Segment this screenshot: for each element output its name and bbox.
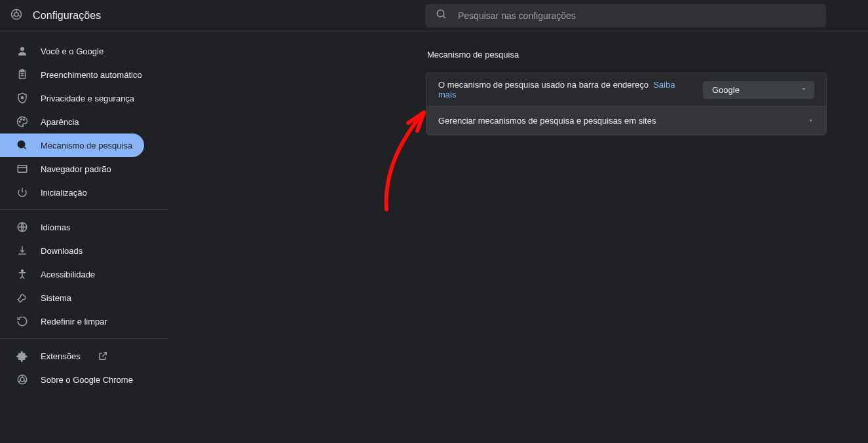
- browser-icon: [16, 162, 29, 175]
- svg-point-18: [22, 270, 24, 272]
- sidebar-item-downloads[interactable]: Downloads: [0, 239, 144, 262]
- sidebar-item-appearance[interactable]: Aparência: [0, 110, 144, 133]
- sidebar-item-label: Redefinir e limpar: [41, 317, 107, 327]
- chevron-right-icon: [808, 116, 814, 126]
- sidebar-item-languages[interactable]: Idiomas: [0, 215, 144, 239]
- section-title: Mecanismo de pesquisa: [426, 50, 827, 60]
- sidebar-item-startup[interactable]: Inicialização: [0, 181, 144, 204]
- sidebar-item-you-google[interactable]: Você e o Google: [0, 39, 144, 63]
- nav-separator: [0, 209, 168, 210]
- sidebar-item-label: Privacidade e segurança: [41, 94, 134, 103]
- nav-separator: [0, 338, 168, 339]
- sidebar-item-autofill[interactable]: Preenchimento automático: [0, 63, 144, 86]
- search-input[interactable]: [458, 10, 816, 21]
- svg-point-10: [19, 121, 20, 122]
- accessibility-icon: [16, 268, 29, 281]
- sidebar-item-label: Você e o Google: [41, 46, 104, 56]
- manage-search-engines-row[interactable]: Gerenciar mecanismos de pesquisa e pesqu…: [426, 106, 826, 135]
- search-icon: [436, 9, 447, 22]
- search-container: [425, 4, 826, 27]
- sidebar-item-reset[interactable]: Redefinir e limpar: [0, 310, 144, 333]
- content-area: Mecanismo de pesquisa O mecanismo de pes…: [168, 31, 868, 443]
- sidebar-item-about[interactable]: Sobre o Google Chrome: [0, 368, 144, 391]
- sidebar-item-accessibility[interactable]: Acessibilidade: [0, 262, 144, 286]
- sidebar-item-label: Inicialização: [41, 188, 87, 198]
- svg-point-4: [20, 47, 24, 51]
- sidebar-item-label: Mecanismo de pesquisa: [41, 141, 132, 151]
- sidebar-item-label: Idiomas: [41, 222, 71, 232]
- sidebar-item-search-engine[interactable]: Mecanismo de pesquisa: [0, 133, 144, 157]
- app-header: Configurações: [0, 0, 868, 31]
- search-icon: [16, 139, 29, 152]
- search-box[interactable]: [425, 4, 826, 27]
- row-description: O mecanismo de pesquisa usado na barra d…: [438, 80, 695, 99]
- sidebar-item-label: Downloads: [41, 246, 83, 256]
- svg-point-9: [22, 97, 24, 99]
- row-text-label: Gerenciar mecanismos de pesquisa e pesqu…: [438, 116, 800, 126]
- header-title-area: Configurações: [10, 9, 101, 22]
- row-text-label: O mecanismo de pesquisa usado na barra d…: [438, 80, 649, 90]
- sidebar-item-label: Preenchimento automático: [41, 70, 142, 80]
- svg-point-2: [437, 10, 444, 17]
- sidebar-item-privacy[interactable]: Privacidade e segurança: [0, 86, 144, 110]
- sidebar-item-system[interactable]: Sistema: [0, 286, 144, 310]
- shield-icon: [16, 92, 29, 105]
- wrench-icon: [16, 291, 29, 304]
- svg-rect-15: [18, 166, 27, 173]
- select-value: Google: [712, 85, 740, 95]
- settings-card: O mecanismo de pesquisa usado na barra d…: [426, 73, 827, 135]
- sidebar-item-default-browser[interactable]: Navegador padrão: [0, 157, 144, 181]
- svg-point-13: [18, 141, 25, 148]
- external-link-icon: [98, 351, 108, 361]
- sidebar-item-label: Sobre o Google Chrome: [41, 375, 133, 385]
- sidebar: Você e o GooglePreenchimento automáticoP…: [0, 31, 168, 443]
- person-icon: [16, 44, 29, 58]
- sidebar-item-label: Navegador padrão: [41, 164, 111, 174]
- svg-line-14: [24, 147, 26, 149]
- power-icon: [16, 186, 29, 199]
- svg-line-3: [443, 16, 445, 18]
- chrome-icon: [16, 373, 29, 386]
- restore-icon: [16, 315, 29, 328]
- clipboard-icon: [16, 68, 29, 81]
- svg-point-12: [23, 119, 24, 120]
- svg-point-1: [14, 12, 18, 16]
- search-engine-select[interactable]: Google: [703, 81, 814, 99]
- chevron-down-icon: [800, 85, 808, 95]
- sidebar-item-label: Acessibilidade: [41, 270, 95, 279]
- puzzle-icon: [16, 349, 29, 363]
- download-icon: [16, 244, 29, 257]
- globe-icon: [16, 221, 29, 234]
- sidebar-item-extensions[interactable]: Extensões: [0, 344, 144, 368]
- chrome-logo-icon: [10, 9, 22, 22]
- page-title: Configurações: [33, 10, 101, 22]
- search-engine-row: O mecanismo de pesquisa usado na barra d…: [426, 73, 826, 106]
- palette-icon: [16, 115, 29, 128]
- svg-point-11: [21, 118, 22, 120]
- sidebar-item-label: Aparência: [41, 117, 79, 127]
- sidebar-item-label: Extensões: [41, 351, 81, 361]
- sidebar-item-label: Sistema: [41, 293, 71, 303]
